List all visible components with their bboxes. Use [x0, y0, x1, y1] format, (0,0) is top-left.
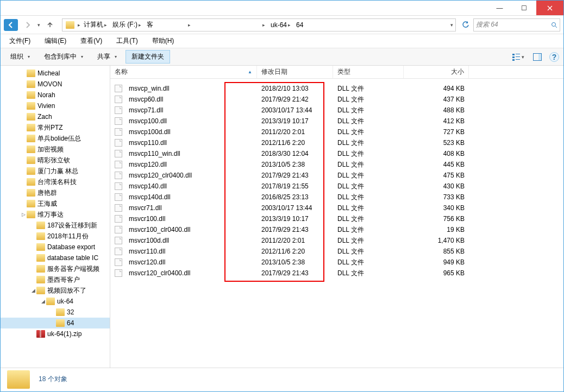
tree-item[interactable]: 台湾漢名科技 [1, 176, 110, 187]
file-row[interactable]: msvcr120_clr0400.dll2017/9/29 21:43DLL 文… [110, 268, 563, 279]
preview-pane-button[interactable] [530, 51, 545, 63]
file-row[interactable]: msvcr100_clr0400.dll2017/9/29 21:43DLL 文… [110, 224, 563, 235]
file-name: msvcp_win.dll [129, 85, 170, 92]
chevron-right-icon[interactable]: ▸ [78, 22, 80, 28]
tree-item[interactable]: ◢uk-64 [1, 296, 110, 307]
tree-item-label: MOVON [37, 80, 62, 88]
file-icon [115, 226, 122, 233]
tree-item[interactable]: Vivien [1, 100, 110, 111]
tree-item[interactable]: 墨西哥客户 [1, 274, 110, 285]
col-header-size[interactable]: 大小 [404, 66, 469, 78]
back-button[interactable] [4, 19, 18, 31]
tree-item[interactable]: 王海威 [1, 198, 110, 209]
tree-item[interactable]: ◢视频回放不了 [1, 285, 110, 296]
expander-icon[interactable]: ◢ [40, 299, 46, 304]
help-button[interactable]: ? [549, 52, 559, 62]
col-header-type[interactable]: 类型 [333, 66, 404, 78]
file-row[interactable]: msvcr71.dll2003/10/17 13:44DLL 文件340 KB [110, 203, 563, 213]
file-row[interactable]: msvcp110_win.dll2018/3/30 12:04DLL 文件408… [110, 148, 563, 159]
folder-icon [27, 135, 35, 142]
tree-pane[interactable]: MichealMOVONNorahVivienZach常州PTZ单兵bolide… [1, 66, 110, 368]
tree-item[interactable]: Zach [1, 111, 110, 122]
expander-icon[interactable]: ◢ [30, 288, 36, 293]
tree-item[interactable]: 厦门力赢 林总 [1, 166, 110, 176]
file-row[interactable]: msvcr110.dll2012/11/6 2:20DLL 文件855 KB [110, 246, 563, 257]
file-icon [115, 182, 122, 190]
crumb-computer[interactable]: 计算机▸ [82, 19, 109, 31]
col-header-name[interactable]: 名称▲ [110, 66, 257, 78]
crumb-folder2[interactable]: ▸ [194, 19, 267, 31]
file-row[interactable]: msvcp60.dll2017/9/29 21:42DLL 文件437 KB [110, 94, 563, 105]
tree-item[interactable]: 唐艳群 [1, 187, 110, 198]
tree-item[interactable]: 晴彩张立钦 [1, 155, 110, 166]
file-row[interactable]: msvcp140d.dll2016/8/25 23:13DLL 文件733 KB [110, 192, 563, 203]
file-row[interactable]: msvcp100d.dll2011/2/20 2:01DLL 文件727 KB [110, 127, 563, 137]
file-row[interactable]: msvcp120_clr0400.dll2017/9/29 21:43DLL 文… [110, 170, 563, 181]
file-icon [115, 117, 122, 125]
file-row[interactable]: msvcp120.dll2013/10/5 2:38DLL 文件445 KB [110, 159, 563, 170]
tree-item[interactable]: Database export [1, 242, 110, 252]
tree-item[interactable]: 单兵bolide伍总 [1, 133, 110, 144]
breadcrumb-dropdown[interactable]: ▾ [450, 22, 453, 28]
file-row[interactable]: msvcr120.dll2013/10/5 2:38DLL 文件949 KB [110, 257, 563, 268]
share-button[interactable]: 共享 [92, 50, 122, 63]
tree-item[interactable]: database table IC [1, 252, 110, 263]
file-date: 2017/8/19 21:55 [257, 182, 333, 190]
expander-icon[interactable]: ▷ [20, 212, 27, 217]
tree-item[interactable]: 服务器客户端视频 [1, 263, 110, 274]
file-row[interactable]: msvcp71.dll2003/10/17 13:44DLL 文件488 KB [110, 105, 563, 116]
file-date: 2018/2/10 13:03 [257, 85, 333, 92]
file-row[interactable]: msvcr100.dll2013/3/19 10:17DLL 文件756 KB [110, 213, 563, 224]
tree-item[interactable]: 2018年11月份 [1, 231, 110, 242]
file-size: 408 KB [404, 150, 469, 157]
file-list[interactable]: 名称▲ 修改日期 类型 大小 msvcp_win.dll2018/2/10 13… [110, 66, 563, 368]
include-button[interactable]: 包含到库中 [39, 50, 89, 63]
tree-item[interactable]: 187设备迁移到新 [1, 220, 110, 231]
folder-icon [27, 124, 35, 131]
menu-view[interactable]: 查看(V) [75, 35, 108, 47]
menu-file[interactable]: 文件(F) [4, 35, 36, 47]
recent-dropdown[interactable]: ▾ [37, 22, 40, 28]
file-row[interactable]: msvcp110.dll2012/11/6 2:20DLL 文件523 KB [110, 137, 563, 148]
file-row[interactable]: msvcp_win.dll2018/2/10 13:03DLL 文件494 KB [110, 83, 563, 94]
file-row[interactable]: msvcr100d.dll2011/2/20 2:01DLL 文件1,470 K… [110, 235, 563, 246]
tree-item[interactable]: 加密视频 [1, 144, 110, 155]
file-size: 965 KB [404, 269, 469, 277]
tree-item[interactable]: 常州PTZ [1, 122, 110, 133]
tree-item[interactable]: ▷维万事达 [1, 209, 110, 220]
minimize-button[interactable]: — [487, 1, 512, 15]
view-options-button[interactable]: ▾ [510, 51, 525, 63]
tree-item[interactable]: 64 [1, 318, 110, 328]
menu-bar: 文件(F) 编辑(E) 查看(V) 工具(T) 帮助(H) [1, 34, 563, 48]
breadcrumb[interactable]: ▸ 计算机▸ 娱乐 (F:)▸ 客▸ ▸ uk-64▸ 64 ▾ [62, 18, 456, 31]
file-name: msvcr100_clr0400.dll [129, 226, 190, 233]
forward-button[interactable] [20, 18, 35, 31]
tree-item[interactable]: MOVON [1, 79, 110, 90]
crumb-drive[interactable]: 娱乐 (F:)▸ [110, 19, 143, 31]
tree-item-label: uk-64 [57, 298, 73, 305]
crumb-uk64[interactable]: uk-64▸ [268, 19, 293, 31]
col-header-date[interactable]: 修改日期 [257, 66, 333, 78]
search-input[interactable]: 搜索 64 [473, 18, 560, 31]
file-row[interactable]: msvcp140.dll2017/8/19 21:55DLL 文件430 KB [110, 181, 563, 192]
close-button[interactable] [536, 1, 563, 15]
menu-tools[interactable]: 工具(T) [111, 35, 143, 47]
tree-item[interactable]: 32 [1, 307, 110, 318]
organize-button[interactable]: 组织 [5, 50, 35, 63]
newfolder-button[interactable]: 新建文件夹 [126, 50, 170, 64]
file-date: 2018/3/30 12:04 [257, 150, 333, 157]
file-row[interactable]: msvcp100.dll2013/3/19 10:17DLL 文件412 KB [110, 116, 563, 127]
tree-item[interactable]: Micheal [1, 68, 110, 79]
menu-help[interactable]: 帮助(H) [147, 35, 180, 47]
status-bar: 18 个对象 [1, 368, 563, 390]
file-type: DLL 文件 [333, 193, 404, 202]
maximize-button[interactable]: ☐ [512, 1, 536, 15]
crumb-folder1[interactable]: 客▸ [145, 19, 193, 31]
tree-item[interactable]: uk-64(1).zip [1, 328, 110, 339]
tree-item[interactable]: Norah [1, 90, 110, 100]
refresh-button[interactable] [460, 20, 471, 30]
file-name: msvcp100d.dll [129, 128, 171, 136]
crumb-64[interactable]: 64 [294, 19, 305, 31]
menu-edit[interactable]: 编辑(E) [39, 35, 72, 47]
up-button[interactable] [42, 18, 58, 31]
